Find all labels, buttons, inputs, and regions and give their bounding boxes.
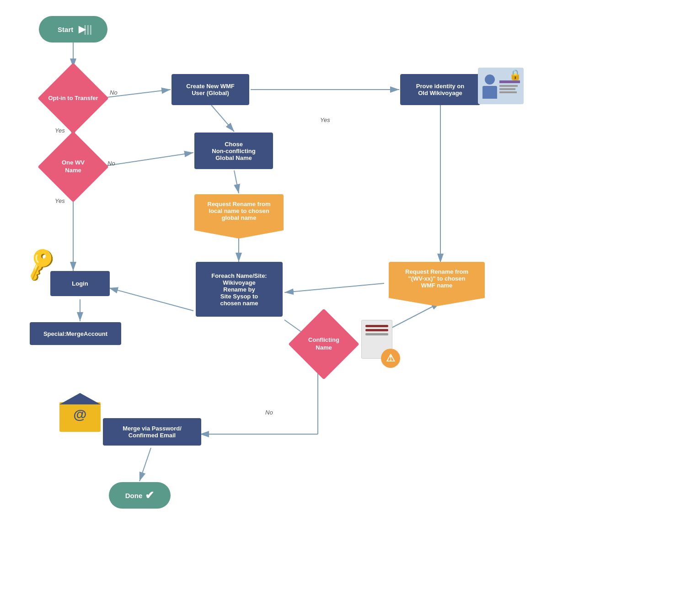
start-lines-icon: ||| <box>84 23 92 35</box>
id-line2 <box>499 85 518 87</box>
doc-line3 <box>365 333 388 335</box>
envelope-flap <box>59 393 101 404</box>
at-symbol: @ <box>73 407 86 422</box>
doc-line2 <box>365 329 388 331</box>
lock-icon: 🔒 <box>509 69 521 81</box>
ribbon-tail1 <box>194 230 284 239</box>
create-wmf-node: Create New WMFUser (Global) <box>172 74 249 105</box>
request-rename2-node: Request Rename from"(WV-xx)" to chosenWM… <box>389 262 485 306</box>
yes3-label: Yes <box>320 117 330 123</box>
warning-triangle-icon: ⚠ <box>381 349 400 368</box>
id-line1 <box>499 80 520 83</box>
request-rename1-label: Request Rename fromlocal name to choseng… <box>208 201 271 221</box>
svg-line-7 <box>211 105 234 132</box>
svg-marker-19 <box>194 230 284 239</box>
prove-identity-label: Prove identity onOld Wikivoyage <box>416 83 464 96</box>
request-rename1-node: Request Rename fromlocal name to choseng… <box>194 194 284 239</box>
foreach-node: Foreach Name/Site:WikivoyageRename bySit… <box>196 262 283 317</box>
no2-label: No <box>107 160 115 167</box>
request-rename2-label: Request Rename from"(WV-xx)" to chosenWM… <box>405 268 468 289</box>
start-label: Start <box>58 26 73 33</box>
create-wmf-label: Create New WMFUser (Global) <box>186 83 234 96</box>
onewv-label: One WVName <box>62 159 85 175</box>
request-rename1-rect: Request Rename fromlocal name to choseng… <box>194 194 284 230</box>
chose-global-label: ChoseNon-conflictingGlobal Name <box>212 141 255 161</box>
id-lines <box>499 80 520 93</box>
flowchart-diagram: Start ► ||| Opt-in to Transfer One WVNam… <box>0 0 686 616</box>
id-line4 <box>499 91 517 93</box>
id-line3 <box>499 88 515 90</box>
merge-email-label: Merge via Password/Confirmed Email <box>123 425 182 439</box>
request-rename2-rect: Request Rename from"(WV-xx)" to chosenWM… <box>389 262 485 298</box>
no3-label: No <box>265 409 273 416</box>
yes2-label: Yes <box>55 197 65 204</box>
optin-text-wrap: Opt-in to Transfer <box>46 71 101 126</box>
conflicting-diamond-container: ConflictingName <box>296 317 351 372</box>
merge-email-node: Merge via Password/Confirmed Email <box>103 418 201 446</box>
svg-line-17 <box>139 448 151 481</box>
person-icon <box>482 74 498 100</box>
svg-line-8 <box>234 170 239 193</box>
onewv-diamond-container: One WVName <box>46 139 101 194</box>
done-node: Done ✔ <box>109 482 171 509</box>
svg-line-10 <box>284 283 384 292</box>
login-label: Login <box>72 280 88 287</box>
conflicting-label: ConflictingName <box>308 336 339 352</box>
conflicting-text-wrap: ConflictingName <box>296 317 351 372</box>
optin-diamond-container: Opt-in to Transfer <box>46 71 101 126</box>
merge-account-node: Special:MergeAccount <box>30 322 121 345</box>
merge-account-label: Special:MergeAccount <box>43 330 107 337</box>
optin-label: Opt-in to Transfer <box>48 95 98 102</box>
login-node: Login <box>50 271 110 296</box>
warning-doc-icon: ⚠ <box>361 320 398 366</box>
chose-global-node: ChoseNon-conflictingGlobal Name <box>194 133 273 169</box>
prove-identity-node: Prove identity onOld Wikivoyage <box>400 74 480 105</box>
email-icon-container: @ <box>59 402 101 432</box>
no1-label: No <box>110 89 118 96</box>
person-head <box>485 74 495 85</box>
envelope-body: @ <box>59 402 101 432</box>
id-card-icon: 🔒 <box>478 68 524 104</box>
done-label: Done <box>125 492 143 499</box>
start-node: Start ► ||| <box>39 16 107 42</box>
yes1-label: Yes <box>55 127 65 134</box>
ribbon-tail2 <box>389 298 485 306</box>
check-icon: ✔ <box>145 489 154 502</box>
doc-line1 <box>365 325 388 327</box>
onewv-text-wrap: One WVName <box>46 139 101 194</box>
svg-line-12 <box>109 288 193 311</box>
foreach-label: Foreach Name/Site:WikivoyageRename bySit… <box>211 272 267 307</box>
svg-marker-20 <box>389 298 485 306</box>
person-body <box>482 86 497 99</box>
